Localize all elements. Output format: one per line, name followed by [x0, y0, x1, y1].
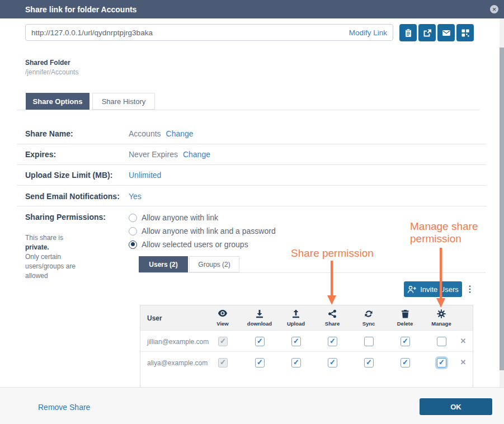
download-icon [244, 309, 275, 319]
download-checkbox[interactable] [255, 358, 265, 368]
share-name-label: Share Name: [25, 129, 73, 138]
email-notifications-value: Yes [129, 192, 142, 201]
dialog-header: Share link for folder Accounts ✕ [0, 0, 504, 18]
envelope-icon [442, 29, 451, 37]
dialog-title: Share link for folder Accounts [25, 5, 136, 14]
email-link-button[interactable] [437, 24, 455, 41]
manage-share-arrow [436, 248, 446, 308]
clipboard-icon [404, 29, 413, 37]
gear-icon [426, 309, 457, 319]
radio-anyone-with-link[interactable]: Allow anyone with link [129, 213, 218, 222]
tab-users[interactable]: Users (2) [139, 256, 188, 272]
upload-checkbox[interactable] [291, 358, 301, 368]
tab-divider [17, 110, 479, 110]
external-link-icon [423, 29, 432, 37]
shared-folder-label: Shared Folder [25, 59, 70, 67]
upload-size-limit-value: Unlimited [129, 171, 161, 180]
tab-share-history[interactable]: Share History [92, 93, 155, 110]
delete-checkbox[interactable] [401, 358, 410, 368]
expires-value: Never Expires Change [129, 150, 210, 159]
tab-share-options[interactable]: Share Options [26, 93, 90, 110]
dialog-footer: Remove Share OK [0, 387, 504, 424]
scrollbar-track[interactable] [500, 18, 504, 387]
more-options-kebab-icon[interactable]: ⋮ [465, 282, 473, 296]
share-url-field[interactable]: http://127.0.0.1/url/qydnrptpjrg3baka Mo… [25, 24, 393, 41]
close-icon[interactable]: ✕ [490, 5, 498, 13]
sharing-permissions-label: Sharing Permissions: [25, 213, 106, 222]
upload-icon [280, 309, 312, 319]
manage-checkbox[interactable] [437, 337, 446, 346]
tab-groups[interactable]: Groups (2) [189, 256, 239, 272]
sync-checkbox[interactable] [364, 358, 374, 368]
radio-selected-users-groups[interactable]: Allow selected users or groups [129, 240, 248, 249]
share-link-dialog: Share link for folder Accounts ✕ http://… [0, 0, 504, 424]
sync-icon [353, 309, 384, 319]
email-notifications-link[interactable]: Yes [129, 192, 142, 201]
column-sync: Sync [353, 305, 384, 327]
share-permission-annotation: Share permission [291, 247, 374, 260]
private-share-note: This share is private. Only certain user… [25, 233, 115, 281]
remove-user-icon[interactable]: ✕ [458, 337, 468, 345]
modify-link[interactable]: Modify Link [349, 29, 387, 37]
sync-checkbox[interactable] [364, 337, 374, 346]
download-checkbox[interactable] [255, 337, 265, 346]
selection-tab-divider [140, 272, 486, 273]
copy-link-button[interactable] [399, 24, 417, 41]
delete-checkbox[interactable] [401, 337, 410, 346]
manage-checkbox[interactable] [437, 358, 446, 368]
share-name-value: Accounts Change [129, 129, 194, 138]
row-divider [17, 144, 487, 144]
qr-code-button[interactable] [456, 24, 474, 41]
view-checkbox [218, 337, 228, 346]
remove-user-icon[interactable]: ✕ [458, 358, 468, 366]
upload-checkbox[interactable] [291, 337, 301, 346]
column-delete: Delete [389, 305, 421, 327]
user-email: jillian@example.com [147, 338, 209, 346]
radio-icon[interactable] [129, 214, 137, 222]
email-notifications-label: Send Email Notifications: [25, 192, 120, 201]
radio-anyone-with-password[interactable]: Allow anyone with link and a password [129, 227, 276, 235]
manage-share-annotation: Manage share permission [410, 220, 478, 245]
expires-label: Expires: [25, 150, 56, 159]
share-url: http://127.0.0.1/url/qydnrptpjrg3baka [31, 29, 153, 37]
trash-icon [389, 309, 421, 319]
user-email: aliya@example.com [147, 359, 208, 367]
share-checkbox[interactable] [328, 358, 337, 368]
open-link-button[interactable] [418, 24, 436, 41]
upload-size-limit-link[interactable]: Unlimited [129, 171, 161, 180]
remove-share-link[interactable]: Remove Share [38, 403, 90, 412]
person-plus-icon [407, 285, 417, 294]
row-divider [17, 164, 487, 165]
column-view: View [207, 305, 238, 327]
user-permissions-table: User View download Upload [140, 305, 473, 387]
table-header: User View download Upload [140, 305, 473, 331]
shared-folder-path: /jennifer/Accounts [25, 68, 78, 76]
share-permission-arrow [327, 261, 337, 305]
share-checkbox[interactable] [328, 337, 337, 346]
column-download: download [244, 305, 275, 327]
ok-button[interactable]: OK [420, 398, 492, 415]
column-share: Share [317, 305, 348, 327]
user-column-header: User [147, 314, 162, 322]
qr-code-icon [461, 29, 470, 37]
eye-icon [207, 309, 238, 319]
table-row: jillian@example.com ✕ [140, 331, 473, 352]
radio-icon[interactable] [129, 227, 137, 235]
column-manage: Manage [426, 305, 457, 327]
row-divider [17, 185, 487, 186]
view-checkbox [218, 358, 228, 368]
share-name-change-link[interactable]: Change [166, 129, 194, 138]
radio-icon-selected[interactable] [129, 241, 137, 249]
expires-change-link[interactable]: Change [183, 150, 210, 159]
upload-size-limit-label: Upload Size Limit (MB): [25, 171, 112, 180]
share-icon [317, 309, 348, 319]
row-divider [17, 206, 487, 206]
column-upload: Upload [280, 305, 312, 327]
scrollbar-thumb[interactable] [500, 48, 504, 370]
table-row: aliya@example.com ✕ [140, 352, 473, 373]
invite-users-button[interactable]: Invite Users [404, 281, 462, 297]
